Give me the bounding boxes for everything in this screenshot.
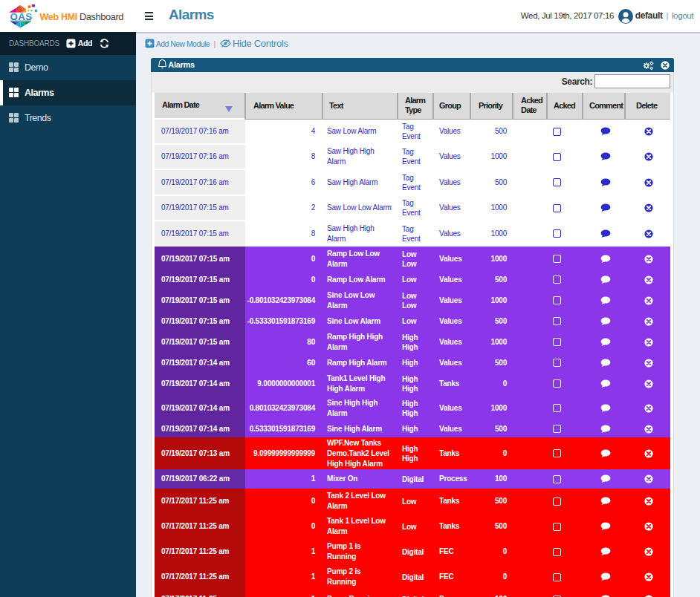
svg-text:Web HMI: Web HMI [40,12,77,22]
svg-text:Dashboard: Dashboard [80,11,123,22]
